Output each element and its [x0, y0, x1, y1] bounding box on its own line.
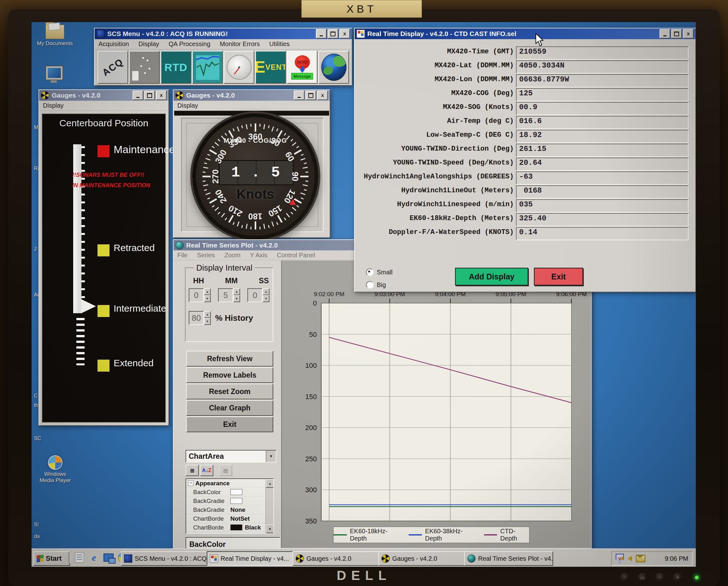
start-button[interactable]: Start	[33, 551, 70, 566]
menu-zoom[interactable]: Zoom	[224, 252, 240, 259]
show-desktop-icon[interactable]	[74, 552, 85, 563]
network-icon[interactable]	[103, 552, 114, 563]
menu-control-panel[interactable]: Control Panel	[277, 252, 315, 259]
minimize-button[interactable]	[294, 91, 305, 100]
event-toolbar-button[interactable]: EVENT	[255, 51, 286, 84]
collapse-icon[interactable]: −	[188, 481, 193, 486]
refresh-view-button[interactable]: Refresh View	[186, 351, 273, 366]
taskbar-task-4[interactable]: Real Time Series Plot - v4...	[464, 551, 553, 566]
field-value[interactable]: 016.6	[516, 116, 688, 129]
property-pages-button[interactable]: ▤	[219, 465, 232, 476]
monitor-brightness-up-button[interactable]: +	[673, 573, 682, 582]
field-value[interactable]: 035	[516, 199, 688, 212]
field-value[interactable]: 0168	[516, 185, 688, 199]
menu-display[interactable]: Display	[43, 102, 64, 109]
close-button[interactable]: X	[317, 91, 328, 100]
field-value[interactable]: 325.40	[516, 213, 688, 226]
timeseries-toolbar-button[interactable]	[192, 51, 223, 84]
categorized-view-button[interactable]: ⊞	[186, 465, 199, 476]
field-value[interactable]: 210559	[516, 46, 688, 60]
spin-up[interactable]: ▲	[204, 288, 211, 295]
add-display-button[interactable]: Add Display	[455, 268, 528, 285]
field-value[interactable]: 06636.8779W	[516, 74, 688, 87]
monitor-input-button[interactable]: ◦	[620, 573, 629, 582]
field-value[interactable]: 18.92	[516, 130, 688, 143]
size-radio-small[interactable]: Small	[366, 269, 393, 276]
interval-spinner-hh[interactable]: 0▲▼	[189, 288, 211, 302]
spin-up[interactable]: ▲	[204, 311, 211, 318]
maximize-button[interactable]	[306, 91, 316, 100]
globe-toolbar-button[interactable]	[318, 51, 349, 84]
close-button[interactable]: X	[683, 29, 694, 39]
combo-dropdown-arrow[interactable]: ▼	[266, 451, 276, 462]
desktop-icon-my-documents[interactable]: My Documents	[36, 25, 74, 47]
scs-titlebar[interactable]: SCS Menu - v4.2.0 : ACQ IS RUNNING! X	[95, 28, 352, 39]
monitor-power-button[interactable]	[691, 571, 703, 584]
size-radio-big[interactable]: Big	[366, 281, 386, 288]
minimize-button[interactable]	[659, 29, 670, 39]
field-value[interactable]: 125	[516, 88, 688, 101]
field-value[interactable]: 0.14	[516, 227, 688, 240]
menu-series[interactable]: Series	[197, 252, 215, 259]
maximize-button[interactable]	[144, 91, 155, 100]
property-row[interactable]: BackGradieNone	[186, 506, 273, 514]
spin-down[interactable]: ▼	[204, 295, 211, 302]
field-value[interactable]: 00.9	[516, 102, 688, 115]
menu-acquisition[interactable]: Acquisition	[99, 41, 129, 48]
centerboard-titlebar[interactable]: Gauges - v4.2.0 X	[39, 90, 168, 101]
taskbar-task-3[interactable]: Gauges - v4.2.0	[379, 551, 467, 566]
minimize-button[interactable]	[133, 91, 143, 100]
chart-element-combobox[interactable]: ChartArea ▼	[186, 450, 277, 462]
interval-spinner-mm[interactable]: 5▲▼	[218, 288, 240, 302]
gauge-titlebar[interactable]: Gauges - v4.2.0 X	[174, 90, 330, 101]
spin-down[interactable]: ▼	[233, 295, 240, 302]
exit-button[interactable]: Exit	[534, 268, 583, 285]
field-value[interactable]: -63	[516, 172, 688, 185]
close-button[interactable]: X	[156, 91, 166, 100]
rtd-titlebar[interactable]: Real Time Display - v4.2.0 - CTD CAST IN…	[355, 28, 696, 39]
scroll-down-button[interactable]: ▼	[266, 525, 274, 533]
property-category[interactable]: −Appearance	[186, 479, 273, 488]
menu-monitor-errors[interactable]: Monitor Errors	[220, 41, 260, 48]
rtd-toolbar-button[interactable]: RTD	[161, 51, 191, 84]
mail-tray-icon[interactable]	[636, 555, 645, 562]
acq-toolbar-button[interactable]: ACQ	[98, 51, 128, 84]
taskbar-clock[interactable]: 9:06 PM	[665, 555, 688, 562]
taskbar-task-1[interactable]: Real Time Display - v4...	[207, 551, 296, 566]
internet-explorer-icon[interactable]: e	[89, 552, 99, 563]
monitor-brightness-down-button[interactable]: −	[655, 573, 665, 582]
exit-button[interactable]: Exit	[186, 416, 273, 432]
alphabetical-sort-button[interactable]: A↓Z	[200, 465, 213, 476]
close-button[interactable]: X	[339, 29, 350, 39]
menu-display[interactable]: Display	[138, 41, 159, 48]
menu-file[interactable]: File	[177, 252, 187, 259]
taskbar-task-0[interactable]: SCS Menu - v4.2.0 : ACQ...	[121, 551, 210, 566]
logger-toolbar-button[interactable]	[129, 51, 160, 84]
field-value[interactable]: 261.15	[516, 144, 688, 157]
desktop-icon-computer[interactable]	[38, 66, 70, 80]
menu-y-axis[interactable]: Y Axis	[250, 252, 267, 259]
scroll-up-button[interactable]: ▲	[266, 479, 274, 488]
menu-display[interactable]: Display	[177, 102, 198, 109]
interval-spinner-ss[interactable]: 0▲▼	[248, 288, 269, 302]
spin-down[interactable]: ▼	[204, 318, 211, 325]
field-value[interactable]: 4050.3034N	[516, 60, 688, 74]
spin-down[interactable]: ▼	[263, 295, 269, 302]
property-grid-scrollbar[interactable]: ▲ ▼	[265, 479, 273, 533]
volume-tray-icon[interactable]	[628, 556, 632, 561]
send-message-toolbar-button[interactable]: SEND Message	[287, 51, 317, 84]
maximize-button[interactable]	[671, 29, 682, 39]
spin-up[interactable]: ▲	[233, 288, 240, 295]
property-row[interactable]: ChartBordeNotSet	[186, 514, 273, 523]
menu-utilities[interactable]: Utilities	[269, 41, 289, 48]
remove-labels-button[interactable]: Remove Labels	[186, 367, 273, 383]
history-spinner[interactable]: 80 ▲▼	[189, 311, 211, 325]
gauge-toolbar-button[interactable]	[224, 51, 254, 84]
field-value[interactable]: 20.64	[516, 157, 688, 171]
minimize-button[interactable]	[316, 29, 327, 39]
timeseries-chart[interactable]: 0501001502002503003509:02:00 PM9:03:00 P…	[282, 260, 591, 548]
property-row[interactable]: BackGradie	[186, 496, 273, 506]
property-row[interactable]: BackColor	[186, 488, 273, 496]
spin-up[interactable]: ▲	[263, 288, 269, 295]
taskbar-task-2[interactable]: Gauges - v4.2.0	[292, 551, 382, 566]
